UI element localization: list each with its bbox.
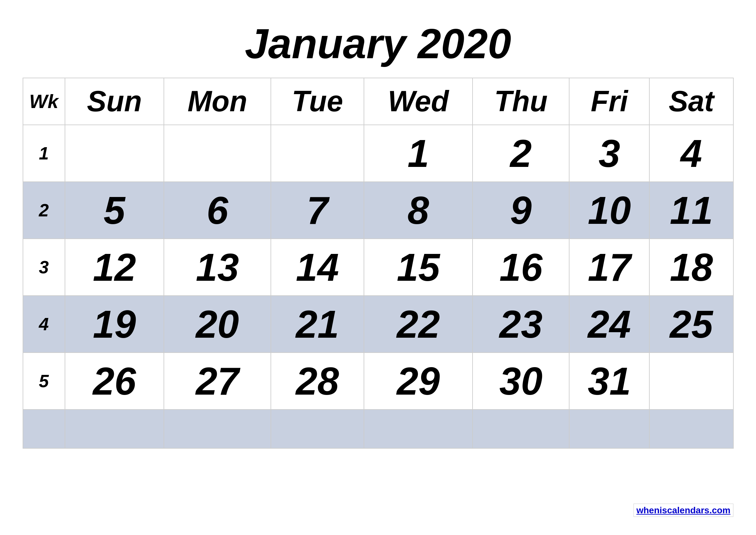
day-3-thu: 16 <box>472 239 569 296</box>
day-5-thu: 30 <box>472 352 569 409</box>
day-2-thu: 9 <box>472 182 569 239</box>
day-4-sat: 25 <box>649 296 733 352</box>
header-wk: Wk <box>23 78 65 125</box>
day-5-fri: 31 <box>569 352 649 409</box>
day-5-sat <box>649 352 733 409</box>
day-1-wed: 1 <box>364 125 472 182</box>
day-4-thu: 23 <box>472 296 569 352</box>
day-4-tue: 21 <box>271 296 364 352</box>
header-mon: Mon <box>164 78 271 125</box>
day-1-thu: 2 <box>472 125 569 182</box>
day-3-wed: 15 <box>364 239 472 296</box>
footer-row <box>23 409 733 448</box>
week-num-5: 5 <box>23 352 65 409</box>
week-num-4: 4 <box>23 296 65 352</box>
footer-cell-2 <box>164 409 271 448</box>
week-row-2: 2567891011 <box>23 182 733 239</box>
day-2-sat: 11 <box>649 182 733 239</box>
calendar-container: January 2020 Wk Sun Mon Tue Wed Thu Fri … <box>23 19 734 449</box>
day-3-fri: 17 <box>569 239 649 296</box>
header-tue: Tue <box>271 78 364 125</box>
day-5-wed: 29 <box>364 352 472 409</box>
watermark-text: wheniscalendars.com <box>634 504 733 517</box>
header-sun: Sun <box>65 78 164 125</box>
day-3-tue: 14 <box>271 239 364 296</box>
day-2-wed: 8 <box>364 182 472 239</box>
footer-cell-7 <box>649 409 733 448</box>
day-4-mon: 20 <box>164 296 271 352</box>
week-row-5: 5262728293031 <box>23 352 733 409</box>
header-wed: Wed <box>364 78 472 125</box>
day-1-tue <box>271 125 364 182</box>
day-3-sun: 12 <box>65 239 164 296</box>
day-2-mon: 6 <box>164 182 271 239</box>
watermark-link[interactable]: wheniscalendars.com <box>636 505 730 515</box>
footer-cell-5 <box>472 409 569 448</box>
week-num-3: 3 <box>23 239 65 296</box>
calendar-title: January 2020 <box>23 19 734 68</box>
day-5-mon: 27 <box>164 352 271 409</box>
day-5-tue: 28 <box>271 352 364 409</box>
week-num-1: 1 <box>23 125 65 182</box>
day-4-wed: 22 <box>364 296 472 352</box>
day-4-fri: 24 <box>569 296 649 352</box>
day-2-fri: 10 <box>569 182 649 239</box>
header-row: Wk Sun Mon Tue Wed Thu Fri Sat <box>23 78 733 125</box>
day-3-mon: 13 <box>164 239 271 296</box>
footer-cell-0 <box>23 409 65 448</box>
day-2-tue: 7 <box>271 182 364 239</box>
footer-cell-1 <box>65 409 164 448</box>
footer-cell-3 <box>271 409 364 448</box>
week-row-1: 11234 <box>23 125 733 182</box>
week-row-3: 312131415161718 <box>23 239 733 296</box>
day-1-sat: 4 <box>649 125 733 182</box>
footer-cell-6 <box>569 409 649 448</box>
calendar-table: Wk Sun Mon Tue Wed Thu Fri Sat 112342567… <box>23 78 734 449</box>
day-3-sat: 18 <box>649 239 733 296</box>
header-fri: Fri <box>569 78 649 125</box>
day-1-fri: 3 <box>569 125 649 182</box>
header-sat: Sat <box>649 78 733 125</box>
day-2-sun: 5 <box>65 182 164 239</box>
day-4-sun: 19 <box>65 296 164 352</box>
week-row-4: 419202122232425 <box>23 296 733 352</box>
watermark: wheniscalendars.com <box>634 505 733 516</box>
header-thu: Thu <box>472 78 569 125</box>
day-1-sun <box>65 125 164 182</box>
footer-cell-4 <box>364 409 472 448</box>
day-5-sun: 26 <box>65 352 164 409</box>
day-1-mon <box>164 125 271 182</box>
week-num-2: 2 <box>23 182 65 239</box>
